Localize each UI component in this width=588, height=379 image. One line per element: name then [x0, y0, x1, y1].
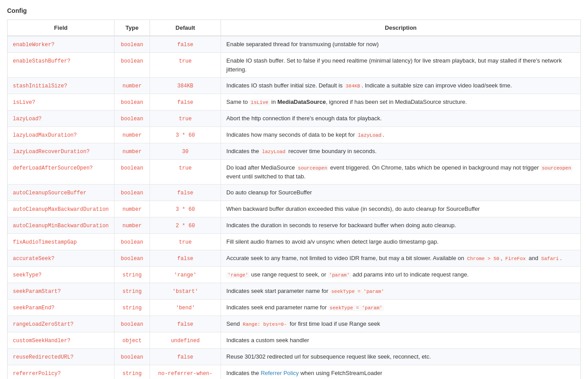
field-value: autoCleanupMinBackwardDuration — [13, 223, 109, 229]
cell-default: 384KB — [150, 78, 221, 94]
default-value: false — [178, 256, 193, 262]
config-table: Field Type Default Description enableWor… — [7, 20, 581, 379]
table-header-row: Field Type Default Description — [8, 20, 581, 36]
default-value: false — [178, 42, 193, 48]
table-row: enableWorker?booleanfalseEnable separate… — [8, 36, 581, 53]
bold-text: MediaDataSource — [277, 99, 326, 105]
table-row: seekParamStart?string'bstart'Indicates s… — [8, 283, 581, 300]
table-row: autoCleanupMaxBackwardDurationnumber3 * … — [8, 201, 581, 217]
type-value: boolean — [121, 354, 143, 360]
field-value: isLive? — [13, 99, 35, 106]
col-header-default: Default — [150, 20, 221, 36]
cell-field: reuseRedirectedURL? — [8, 349, 114, 365]
cell-description: Indicates how many seconds of data to be… — [221, 127, 581, 143]
cell-field: rangeLoadZeroStart? — [8, 316, 114, 332]
cell-type: boolean — [114, 349, 150, 365]
code-snippet: seekType = 'param' — [328, 305, 384, 311]
cell-type: object — [114, 332, 150, 349]
table-row: lazyLoadMaxDuration?number3 * 60Indicate… — [8, 127, 581, 143]
cell-type: boolean — [114, 250, 150, 267]
cell-type: string — [114, 365, 150, 379]
cell-description: Enable separated thread for transmuxing … — [221, 36, 581, 53]
field-value: autoCleanupSourceBuffer — [13, 190, 87, 196]
table-row: autoCleanupSourceBufferbooleanfalseDo au… — [8, 185, 581, 201]
type-value: boolean — [121, 58, 143, 64]
code-snippet: seekType = 'param' — [330, 288, 385, 295]
code-snippet: sourceopen — [541, 165, 572, 171]
default-value: true — [179, 58, 192, 64]
cell-description: Indicates a custom seek handler — [221, 332, 581, 349]
type-value: boolean — [121, 256, 143, 262]
cell-default: 'range' — [150, 267, 221, 283]
default-value: false — [178, 190, 193, 196]
default-value: 'bend' — [176, 305, 195, 311]
cell-default: true — [150, 160, 221, 185]
code-snippet: Chrome > 50 — [466, 256, 501, 262]
cell-default: 3 * 60 — [150, 127, 221, 143]
cell-field: fixAudioTimestampGap — [8, 234, 114, 250]
cell-description: 'range' use range request to seek, or 'p… — [221, 267, 581, 283]
default-value: false — [178, 99, 193, 106]
type-value: number — [122, 149, 142, 155]
col-header-type: Type — [114, 20, 150, 36]
cell-default: false — [150, 94, 221, 111]
field-value: autoCleanupMaxBackwardDuration — [13, 206, 109, 213]
cell-type: boolean — [114, 111, 150, 127]
cell-field: isLive? — [8, 94, 114, 111]
cell-default: 30 — [150, 143, 221, 160]
table-row: autoCleanupMinBackwardDurationnumber2 * … — [8, 217, 581, 234]
cell-field: lazyLoadRecoverDuration? — [8, 143, 114, 160]
code-snippet: FireFox — [504, 256, 527, 262]
description-link[interactable]: Referrer Policy — [260, 370, 299, 376]
type-value: boolean — [121, 239, 143, 245]
table-row: lazyLoadRecoverDuration?number30Indicate… — [8, 143, 581, 160]
type-value: string — [122, 288, 142, 295]
default-value: 30 — [182, 149, 188, 155]
cell-field: seekType? — [8, 267, 114, 283]
table-row: isLive?booleanfalseSame to isLive in Med… — [8, 94, 581, 111]
type-value: number — [122, 206, 142, 213]
cell-default: undefined — [150, 332, 221, 349]
cell-description: Indicates seek start parameter name for … — [221, 283, 581, 300]
cell-default: 'bstart' — [150, 283, 221, 300]
code-snippet: lazyLoad — [260, 149, 287, 155]
cell-type: boolean — [114, 94, 150, 111]
table-row: customSeekHandler?objectundefinedIndicat… — [8, 332, 581, 349]
cell-description: Same to isLive in MediaDataSource, ignor… — [221, 94, 581, 111]
cell-default: false — [150, 36, 221, 53]
table-row: seekParamEnd?string'bend'Indicates seek … — [8, 300, 581, 316]
type-value: number — [122, 132, 142, 138]
cell-description: When backward buffer duration exceeded t… — [221, 201, 581, 217]
cell-description: Fill silent audio frames to avoid a/v un… — [221, 234, 581, 250]
table-row: rangeLoadZeroStart?booleanfalseSend Rang… — [8, 316, 581, 332]
code-snippet: 'range' — [226, 272, 249, 278]
cell-type: string — [114, 283, 150, 300]
field-value: accurateSeek? — [13, 256, 55, 262]
cell-type: string — [114, 267, 150, 283]
table-row: lazyLoad?booleantrueAbort the http conne… — [8, 111, 581, 127]
code-snippet: lazyLoad — [356, 132, 383, 138]
cell-default: true — [150, 111, 221, 127]
table-row: enableStashBuffer?booleantrueEnable IO s… — [8, 53, 581, 78]
cell-field: deferLoadAfterSourceOpen? — [8, 160, 114, 185]
field-value: lazyLoadRecoverDuration? — [13, 149, 90, 155]
cell-type: number — [114, 143, 150, 160]
field-value: customSeekHandler? — [13, 338, 71, 344]
code-snippet: 'param' — [328, 272, 351, 278]
cell-field: enableStashBuffer? — [8, 53, 114, 78]
cell-description: Accurate seek to any frame, not limited … — [221, 250, 581, 267]
field-value: reuseRedirectedURL? — [13, 354, 74, 360]
cell-field: customSeekHandler? — [8, 332, 114, 349]
cell-field: referrerPolicy? — [8, 365, 114, 379]
default-value: true — [179, 239, 192, 245]
cell-default: false — [150, 316, 221, 332]
cell-field: autoCleanupMaxBackwardDuration — [8, 201, 114, 217]
default-value: false — [178, 354, 193, 360]
type-value: boolean — [121, 321, 143, 328]
type-value: boolean — [121, 42, 143, 48]
default-value: 'bstart' — [173, 288, 198, 295]
cell-description: Indicates seek end parameter name for se… — [221, 300, 581, 316]
cell-type: number — [114, 201, 150, 217]
cell-default: false — [150, 250, 221, 267]
cell-default: 2 * 60 — [150, 217, 221, 234]
